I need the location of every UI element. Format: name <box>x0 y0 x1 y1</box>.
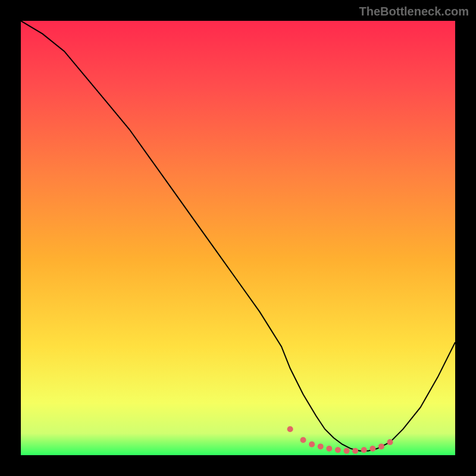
attribution-label: TheBottleneck.com <box>359 5 469 18</box>
chart-svg <box>21 21 455 455</box>
marker-dot <box>287 426 293 432</box>
marker-dot <box>326 446 332 452</box>
gradient-background <box>21 21 455 455</box>
marker-dot <box>300 437 306 443</box>
marker-dot <box>369 446 375 452</box>
marker-dot <box>352 448 358 454</box>
marker-dot <box>361 447 367 453</box>
marker-dot <box>318 443 324 449</box>
marker-dot <box>309 441 315 447</box>
plot-area <box>21 21 455 455</box>
marker-dot <box>335 447 341 453</box>
marker-dot <box>387 439 393 445</box>
chart-container: TheBottleneck.com <box>0 0 476 476</box>
marker-dot <box>378 443 384 449</box>
marker-dot <box>344 448 350 454</box>
